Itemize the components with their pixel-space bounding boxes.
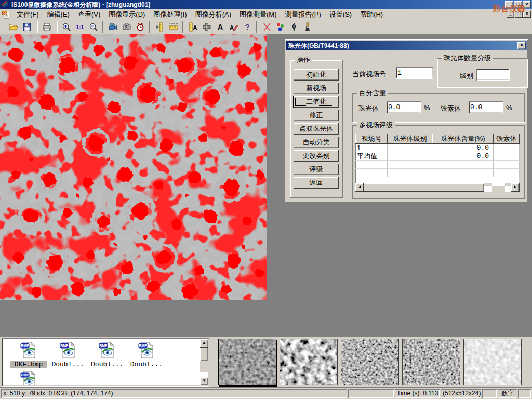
thumbnail-5[interactable] [463,339,522,385]
text-label-button[interactable]: A [214,20,227,34]
scroll-left-button[interactable]: ◄ [355,183,364,192]
pen-button[interactable] [287,20,301,34]
file-name[interactable]: DKF.bmp [10,361,47,368]
open-button[interactable] [7,20,20,34]
save-icon [22,22,32,32]
percent-group-label: 百分含量 [357,89,388,97]
file-name[interactable]: Doubl... [49,361,87,368]
scrollbar-track[interactable] [484,183,511,192]
measure-text-button[interactable]: A [187,20,200,34]
document-icon[interactable]: DOC [2,10,10,19]
brush-icon [302,22,313,32]
video-camera-button[interactable] [107,20,120,34]
col-ferrite[interactable]: 铁素体 [494,134,520,144]
thumbnail-2[interactable] [280,339,338,385]
col-pearlite-content[interactable]: 珠光体含量(%) [432,134,494,144]
return-button[interactable]: 返回 [294,177,339,189]
classify-markers-button[interactable] [274,20,287,34]
application-window: BMP IS100显微摄像系统(金相分析版) - [zhuguangti01] … [0,0,532,399]
thumbnail-3[interactable] [341,339,399,385]
pearlite-percent-input[interactable] [387,101,421,113]
bmp-file-icon [98,341,116,359]
grade-button[interactable]: 评级 [294,164,339,175]
scroll-up-button[interactable]: ▲ [200,339,208,348]
ferrite-percent-input[interactable] [469,101,503,113]
menu-settings[interactable]: 设置(S) [325,9,356,20]
metallographic-image[interactable] [0,34,267,300]
scroll-down-button[interactable]: ▼ [200,377,208,385]
binarize-button[interactable]: 二值化 [294,96,339,108]
dialog-title-bar: 珠光体(GB/T9441-88) × [286,41,527,50]
current-field-input[interactable] [396,67,433,79]
grade-group-label: 珠光体数量分级 [442,54,493,62]
ferrite-unit: % [506,104,512,112]
table-row-empty [355,169,520,177]
table-row[interactable]: 平均值 0.0 [355,152,520,161]
save-button[interactable] [20,20,34,34]
title-bar: IS100显微摄像系统(金相分析版) - [zhuguangti01] _ □ … [0,0,532,9]
print-button[interactable] [40,20,54,34]
timer-icon [135,22,145,32]
auto-classify-button[interactable]: 自动分类 [294,137,339,148]
snapshot-button[interactable] [120,20,134,34]
menu-view[interactable]: 查看(V) [74,9,104,20]
annotate-button[interactable]: A [227,20,241,34]
toolbar-separator [149,21,151,33]
init-button[interactable]: 初始化 [294,69,339,81]
actual-size-button[interactable]: 1:1 [73,20,87,34]
file-item[interactable]: Doubl... [88,341,126,368]
correct-button[interactable]: 修正 [294,110,339,121]
ruler-button[interactable] [167,20,180,34]
zoom-in-icon [61,22,72,32]
ruler-icon [168,22,179,32]
caliper-button[interactable] [153,20,167,34]
curve-cut-button[interactable] [260,20,274,34]
file-name[interactable]: Doubl... [88,361,126,368]
dialog-close-button[interactable]: × [517,42,526,49]
scrollbar-thumb[interactable] [364,183,484,192]
timer-button[interactable] [134,20,147,34]
zoom-in-button[interactable] [60,20,73,34]
window-title: IS100显微摄像系统(金相分析版) - [zhuguangti01] [11,1,150,9]
status-image-size: (512x512x24) [441,389,481,398]
operations-group-label: 操作 [295,56,312,64]
table-horizontal-scrollbar[interactable]: ◄ ► [355,183,520,192]
menu-edit[interactable]: 编辑(E) [43,9,74,20]
file-name[interactable]: Doubl... [128,361,165,368]
svg-text:A: A [193,24,197,31]
pick-pearlite-button[interactable]: 点取珠光体 [294,123,339,135]
grade-input[interactable] [476,69,510,81]
file-list-scrollbar[interactable]: ▲ ▼ [200,339,208,385]
col-field-number[interactable]: 视场号 [355,134,388,144]
zoom-out-button[interactable] [87,20,100,34]
col-pearlite-grade[interactable]: 珠光体级别 [388,134,432,144]
menu-file[interactable]: 文件(F) [12,9,43,20]
change-class-button[interactable]: 更改类别 [294,150,339,162]
thumbnail-4[interactable] [402,339,460,385]
image-stitch-button[interactable] [200,20,214,34]
file-item[interactable]: HuiTi... [10,370,47,385]
file-item[interactable]: Doubl... [49,341,87,368]
file-item[interactable]: Doubl... [128,341,165,368]
menu-image-analysis[interactable]: 图像分析(A) [191,9,235,20]
toolbar-grip [3,22,5,32]
file-item[interactable]: DKF.bmp [10,341,47,368]
print-icon [42,22,52,32]
new-field-button[interactable]: 新视场 [294,83,339,94]
menu-image-process[interactable]: 图像处理(I) [149,9,191,20]
scrollbar-thumb[interactable] [200,348,208,361]
grading-table-header: 视场号 珠光体级别 珠光体含量(%) 铁素体 [355,134,520,144]
scroll-right-button[interactable]: ► [511,183,520,192]
current-field-label: 当前视场号 [352,70,386,79]
menu-help[interactable]: 帮助(H) [356,9,387,20]
toolbar-separator [102,21,104,33]
status-bar: x: 510 y: 79 idx: 0 RGB: (174, 174, 174)… [0,387,532,399]
menu-report[interactable]: 测量报告(P) [281,9,325,20]
table-row[interactable]: 1 0.0 [355,144,520,152]
grading-table: 视场号 珠光体级别 珠光体含量(%) 铁素体 1 0.0 平均值 0.0 [355,134,520,192]
brush-button[interactable] [301,20,314,34]
menu-image-measure[interactable]: 图像测量(M) [235,9,281,20]
menu-image-display[interactable]: 图像显示(D) [104,9,149,20]
thumbnail-1[interactable] [218,339,276,385]
help-button[interactable]: ? [241,20,254,34]
